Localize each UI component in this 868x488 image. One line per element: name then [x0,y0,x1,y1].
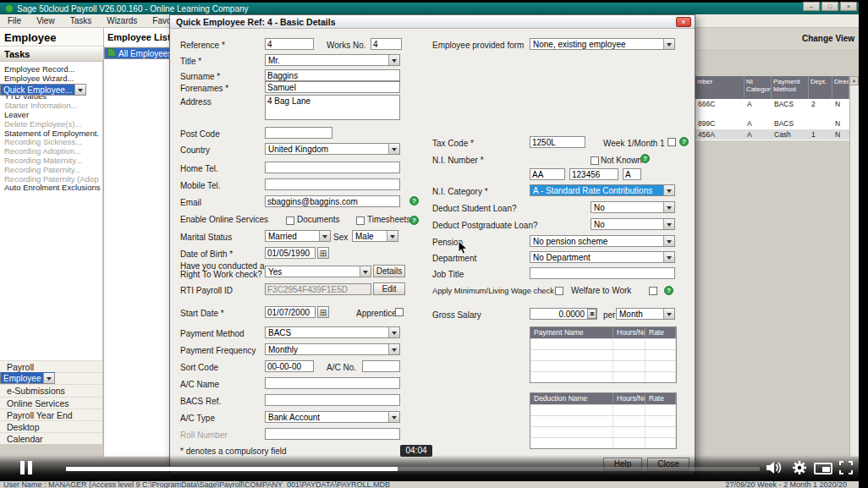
online-services-help-icon[interactable] [409,216,419,225]
wage-check-checkbox[interactable] [555,287,563,295]
close-icon[interactable]: × [840,2,857,11]
ni-number-help-icon[interactable] [640,154,650,163]
welfare-help-icon[interactable] [664,286,673,295]
nav-online-services[interactable]: Online Services [0,397,102,408]
col-number: mber [695,76,744,99]
welfare-checkbox[interactable] [649,287,657,295]
details-button[interactable]: Details [373,265,405,277]
bacs-ref-input[interactable] [265,394,400,406]
timesheets-checkbox[interactable] [356,217,365,225]
menu-view[interactable]: View [29,14,63,27]
dob-input[interactable] [265,247,316,259]
email-help-icon[interactable] [409,196,419,206]
ni-category-select[interactable]: A - Standard Rate Contributions [530,184,675,196]
nav-payroll[interactable]: Payroll [0,360,102,372]
task-leaver[interactable]: Leaver [0,111,102,120]
email-input[interactable] [265,195,400,207]
volume-icon[interactable] [765,460,783,479]
nav-e-submissions[interactable]: e-Submissions [0,384,102,396]
scrollbar[interactable] [849,76,859,457]
nav-calendar[interactable]: Calendar [0,432,102,444]
payments-row[interactable] [530,338,676,349]
minimize-icon[interactable]: – [803,2,820,11]
country-select[interactable]: United Kingdom [265,143,400,155]
deductions-row[interactable] [530,437,676,448]
payments-row[interactable] [530,360,676,371]
settings-gear-icon[interactable] [792,460,807,479]
documents-checkbox[interactable] [286,217,294,225]
provided-form-select[interactable]: None, existing employee [530,38,675,50]
post-code-input[interactable] [265,127,332,139]
calendar-icon[interactable] [317,247,329,259]
pension-select[interactable]: No pension scheme [530,235,675,247]
table-row[interactable]: 666C A BACS 2 N [695,99,849,109]
sex-select[interactable]: Male [352,230,398,242]
ac-name-input[interactable] [265,377,400,389]
mobile-tel-input[interactable] [265,178,400,190]
salary-period-select[interactable]: Month [616,308,675,320]
ni-part1-input[interactable] [530,168,565,180]
address-input[interactable]: 4 Bag Lane [265,95,400,120]
rtw-select[interactable]: Yes [265,266,371,277]
surname-input[interactable] [265,69,400,81]
welfare-label: Welfare to Work [571,286,631,295]
nav-desktop[interactable]: Desktop [0,420,102,432]
menu-wizards[interactable]: Wizards [99,14,145,27]
menu-file[interactable]: File [0,14,29,27]
student-loan-select[interactable]: No [591,201,675,213]
table-row[interactable]: 456A A Cash 1 N [695,129,849,140]
tax-code-help-icon[interactable] [679,137,689,146]
job-title-input[interactable] [530,267,675,279]
department-select[interactable]: No Department [530,251,675,263]
edit-button[interactable]: Edit [373,282,405,295]
deductions-row[interactable] [530,404,676,415]
deductions-row[interactable] [530,415,676,426]
maximize-icon[interactable]: □ [821,2,838,11]
task-auto-enrolment-exclusions[interactable]: Auto Enrolment Exclusions [0,184,102,193]
marital-status-select[interactable]: Married [265,230,331,242]
ac-type-select[interactable]: Bank Account [265,411,400,423]
week1-checkbox[interactable] [667,138,676,146]
not-known-checkbox[interactable] [591,156,599,165]
tax-code-input[interactable] [530,136,585,148]
table-row[interactable]: 899C A BACS N [695,118,849,129]
nav-payroll-year-end[interactable]: Payroll Year End [0,408,102,420]
works-no-input[interactable] [371,38,402,50]
pause-icon[interactable] [20,461,25,474]
title-select[interactable]: Mr. [265,54,400,66]
home-tel-input[interactable] [265,162,400,173]
progress-fill [66,467,398,471]
deductions-row[interactable] [530,426,676,437]
payment-frequency-select[interactable]: Monthly [265,343,400,355]
task-employee-wizard[interactable]: Employee Wizard... [0,74,102,84]
pause-icon[interactable] [28,461,32,474]
change-view-button[interactable]: Change View [785,34,854,43]
menu-tasks[interactable]: Tasks [63,14,100,27]
scrollbar-up-icon[interactable]: ▲ [849,76,859,85]
calendar-icon[interactable] [317,306,329,318]
app-titlebar: Sage 50cloud Payroll V26.00.160 - Online… [0,3,859,14]
apprentice-checkbox[interactable] [395,308,404,316]
payment-method-select[interactable]: BACS [265,326,400,338]
reference-input[interactable] [265,38,314,50]
task-statement-of-employment[interactable]: Statement of Employment. [0,129,102,139]
ni-part3-input[interactable] [623,168,641,180]
employee-grid-header: mber NI Category Payment Method Dept. Di… [695,76,849,99]
ac-no-input[interactable] [362,360,400,372]
task-quick-employee[interactable]: Quick Employee... [0,84,86,96]
fullscreen-icon[interactable] [839,461,853,478]
ni-part2-input[interactable] [569,168,618,180]
pip-icon[interactable] [814,463,832,474]
start-date-input[interactable] [265,306,316,318]
bacs-ref-label: BACS Ref. [180,397,221,406]
dialog-close-icon[interactable] [676,17,691,27]
progress-bar[interactable] [66,467,760,471]
nav-employee[interactable]: Employee [0,372,55,384]
sort-code-input[interactable] [265,360,314,372]
postgraduate-loan-select[interactable]: No [591,218,675,230]
payments-row[interactable] [530,349,676,360]
task-employee-record[interactable]: Employee Record... [0,65,102,74]
payments-row[interactable] [530,371,676,382]
forenames-input[interactable] [265,81,400,93]
gross-salary-spinner[interactable] [587,309,596,319]
